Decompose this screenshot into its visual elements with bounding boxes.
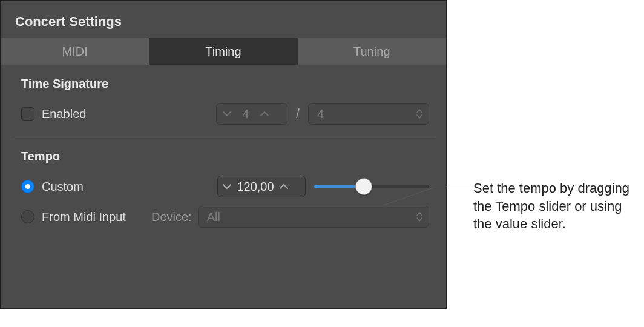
updown-caret-icon — [410, 109, 422, 119]
from-midi-radio[interactable] — [21, 210, 34, 223]
time-signature-section: Time Signature Enabled 4 / 4 — [1, 65, 446, 126]
tempo-midi-row: From Midi Input Device: All — [21, 205, 429, 229]
tab-midi[interactable]: MIDI — [1, 38, 149, 65]
chevron-down-icon[interactable] — [217, 111, 237, 117]
updown-caret-icon — [410, 212, 422, 222]
from-midi-radio-label: From Midi Input — [42, 210, 126, 224]
denominator-value: 4 — [317, 107, 324, 121]
chevron-up-icon[interactable] — [275, 183, 293, 190]
numerator-value: 4 — [237, 107, 254, 121]
tab-tuning[interactable]: Tuning — [298, 38, 446, 65]
tempo-section: Tempo Custom 120,00 From Midi Inpu — [1, 137, 446, 229]
tempo-value: 120,00 — [236, 180, 275, 194]
slider-thumb[interactable] — [355, 178, 372, 195]
chevron-down-icon[interactable] — [218, 183, 236, 190]
time-signature-title: Time Signature — [21, 77, 429, 91]
time-signature-slash: / — [292, 106, 303, 122]
device-value: All — [207, 210, 220, 224]
tabs-bar: MIDI Timing Tuning — [1, 38, 446, 65]
tempo-value-stepper[interactable]: 120,00 — [217, 176, 306, 197]
custom-radio-label: Custom — [42, 180, 84, 194]
tempo-title: Tempo — [21, 150, 429, 164]
enabled-label: Enabled — [42, 107, 86, 121]
panel-header: Concert Settings — [1, 1, 446, 38]
chevron-up-icon[interactable] — [254, 111, 275, 117]
callout-text: Set the tempo by dragging the Tempo slid… — [473, 179, 637, 233]
panel-title: Concert Settings — [15, 14, 432, 30]
device-label: Device: — [151, 210, 192, 224]
numerator-stepper[interactable]: 4 — [216, 103, 288, 125]
tab-timing[interactable]: Timing — [149, 38, 297, 65]
time-signature-row: Enabled 4 / 4 — [21, 102, 429, 126]
denominator-select[interactable]: 4 — [308, 103, 429, 125]
tempo-custom-row: Custom 120,00 — [21, 174, 429, 199]
concert-settings-panel: Concert Settings MIDI Timing Tuning Time… — [0, 0, 447, 309]
tempo-slider[interactable] — [314, 176, 429, 197]
time-signature-controls: 4 / 4 — [216, 103, 429, 125]
device-select[interactable]: All — [198, 206, 429, 228]
enabled-checkbox[interactable] — [21, 107, 34, 121]
custom-radio[interactable] — [21, 180, 34, 193]
